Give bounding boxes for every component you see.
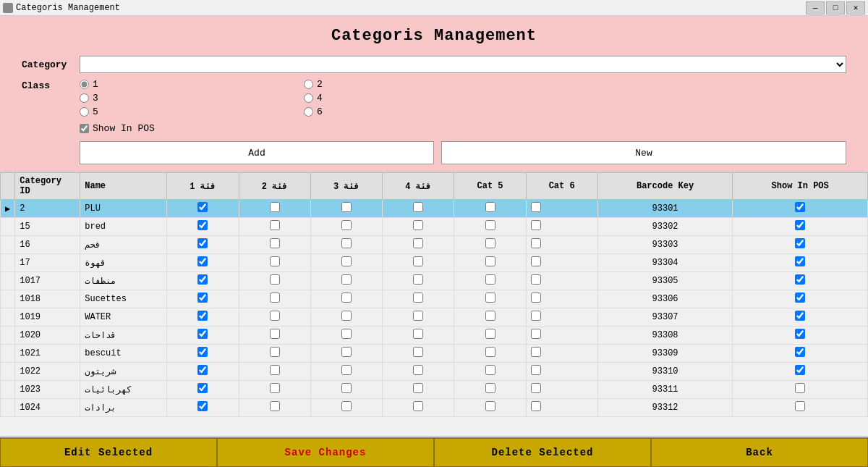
table-header-row: Category ID Name فئة 1 فئة 2 فئة 3 فئة 4… [1,173,868,200]
col-name: Name [80,173,167,200]
row-indicator [1,236,15,254]
table-row[interactable]: 1018Sucettes93306 [1,290,868,308]
row-indicator [1,254,15,272]
col-cat3: فئة 3 [310,173,382,200]
category-select[interactable] [80,56,846,73]
app-icon [3,3,13,13]
row-indicator [1,272,15,290]
col-cat6: Cat 6 [526,173,597,200]
col-cat5: Cat 5 [454,173,526,200]
table-row[interactable]: 1024برادات93312 [1,399,868,417]
categories-table: Category ID Name فئة 1 فئة 2 فئة 3 فئة 4… [0,172,868,417]
table-row[interactable]: 1019WATER93307 [1,308,868,327]
new-button[interactable]: New [441,141,846,164]
table-row[interactable]: 17قهوة93304 [1,254,868,272]
table-row[interactable]: 1020قداحات93308 [1,327,868,345]
row-indicator [1,363,15,381]
row-indicator: ▶ [1,200,15,218]
row-indicator [1,381,15,399]
save-changes-button[interactable]: Save Changes [217,438,434,467]
class-grid: 1 2 3 4 5 6 [80,79,846,117]
table-row[interactable]: ▶2PLU93301 [1,200,868,218]
table-row[interactable]: 1021bescuit93309 [1,345,868,363]
category-row: Category [22,56,846,73]
title-bar-text: Categoris Management [16,3,120,13]
table-body: ▶2PLU9330115bred9330216فحم9330317قهوة933… [1,200,868,417]
category-label: Category [22,59,80,70]
minimize-button[interactable]: — [806,1,825,14]
table-row[interactable]: 1023كهربائيات93311 [1,381,868,399]
class-section: Class 1 2 3 4 5 6 [22,79,846,117]
row-indicator [1,345,15,363]
class-radio-2[interactable]: 2 [304,79,485,90]
button-bar: Add New [80,138,846,164]
window-title: Categoris Management [22,27,846,45]
back-button[interactable]: Back [651,438,868,467]
col-category-id: Category ID [15,173,80,200]
title-bar-controls[interactable]: — □ ✕ [806,1,865,14]
class-radio-6[interactable]: 6 [304,106,485,117]
table-row[interactable]: 15bred93302 [1,218,868,236]
maximize-button[interactable]: □ [826,1,845,14]
col-barcode: Barcode Key [597,173,733,200]
main-window: Categoris Management Category Class 1 2 … [0,16,868,467]
row-indicator [1,308,15,327]
close-button[interactable]: ✕ [846,1,865,14]
row-indicator [1,399,15,417]
col-cat2: فئة 2 [239,173,310,200]
table-row[interactable]: 1022شريتون93310 [1,363,868,381]
row-indicator [1,218,15,236]
col-show-pos: Show In POS [733,173,868,200]
table-row[interactable]: 16فحم93303 [1,236,868,254]
col-cat4: فئة 4 [383,173,454,200]
table-row[interactable]: 1017منظفات93305 [1,272,868,290]
col-cat1: فئة 1 [167,173,239,200]
edit-selected-button[interactable]: Edit Selected [0,438,217,467]
row-indicator [1,327,15,345]
delete-selected-button[interactable]: Delete Selected [434,438,651,467]
action-bar: Edit Selected Save Changes Delete Select… [0,437,868,467]
title-bar: Categoris Management — □ ✕ [0,0,868,16]
show-in-pos-label: Show In POS [93,123,155,134]
class-radio-4[interactable]: 4 [304,93,485,104]
header-area: Categoris Management Category Class 1 2 … [0,16,868,172]
show-in-pos-checkbox[interactable] [80,124,89,133]
row-indicator [1,290,15,308]
class-radio-3[interactable]: 3 [80,93,260,104]
class-label: Class [22,79,80,91]
add-button[interactable]: Add [80,141,434,164]
col-indicator [1,173,15,200]
class-radio-1[interactable]: 1 [80,79,260,90]
table-container: Category ID Name فئة 1 فئة 2 فئة 3 فئة 4… [0,172,868,437]
title-bar-left: Categoris Management [3,3,120,13]
show-in-pos-row[interactable]: Show In POS [80,123,846,134]
class-radio-5[interactable]: 5 [80,106,260,117]
